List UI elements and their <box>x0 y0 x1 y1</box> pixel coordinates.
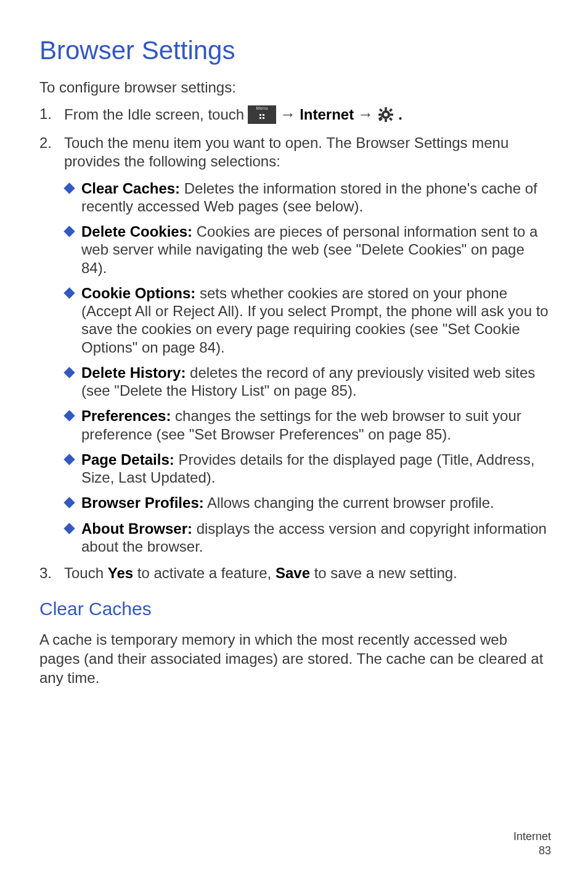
section-paragraph: A cache is temporary memory in which the… <box>39 631 551 687</box>
steps-list: From the Idle screen, touch Menu → Inter… <box>39 105 551 582</box>
item-delete-history: Delete History: deletes the record of an… <box>64 364 551 400</box>
arrow-icon: → <box>280 105 296 125</box>
step-3-save: Save <box>276 565 310 581</box>
item-title: Delete Cookies: <box>81 223 192 240</box>
internet-label: Internet <box>300 105 354 124</box>
page-container: Browser Settings To configure browser se… <box>0 0 588 882</box>
item-title: Delete History: <box>81 364 186 381</box>
intro-text: To configure browser settings: <box>39 79 551 96</box>
section-heading: Clear Caches <box>39 598 551 619</box>
item-title: Cookie Options: <box>81 285 195 301</box>
svg-rect-6 <box>389 108 393 112</box>
item-title: Browser Profiles: <box>81 494 204 511</box>
settings-list: Clear Caches: Deletes the information st… <box>64 179 551 556</box>
step-3-post: to save a new setting. <box>310 565 457 581</box>
step-3-mid: to activate a feature, <box>133 565 276 581</box>
item-delete-cookies: Delete Cookies: Cookies are pieces of pe… <box>64 223 551 277</box>
item-about-browser: About Browser: displays the access versi… <box>64 520 551 556</box>
menu-icon-dots <box>259 114 264 119</box>
step-3-yes: Yes <box>108 565 133 581</box>
svg-rect-4 <box>390 113 393 116</box>
item-preferences: Preferences: changes the settings for th… <box>64 407 551 443</box>
svg-point-9 <box>384 113 388 116</box>
item-cookie-options: Cookie Options: sets whether cookies are… <box>64 284 551 356</box>
step-2: Touch the menu item you want to open. Th… <box>39 134 551 556</box>
item-title: Clear Caches: <box>81 180 180 197</box>
item-clear-caches: Clear Caches: Deletes the information st… <box>64 179 551 216</box>
item-browser-profiles: Browser Profiles: Allows changing the cu… <box>64 494 551 512</box>
svg-rect-8 <box>389 118 393 121</box>
step-3: Touch Yes to activate a feature, Save to… <box>39 564 551 582</box>
item-body: Allows changing the current browser prof… <box>204 494 494 511</box>
item-page-details: Page Details: Provides details for the d… <box>64 451 551 487</box>
svg-rect-2 <box>385 119 387 122</box>
step-2-text: Touch the menu item you want to open. Th… <box>64 134 508 169</box>
page-title: Browser Settings <box>39 36 551 65</box>
footer-label: Internet <box>513 830 551 844</box>
item-title: Preferences: <box>81 407 171 424</box>
menu-icon: Menu <box>248 105 276 124</box>
step-1-period: . <box>398 105 402 124</box>
page-footer: Internet 83 <box>513 830 551 857</box>
step-3-pre: Touch <box>64 565 108 581</box>
footer-page-number: 83 <box>513 844 551 858</box>
svg-rect-5 <box>379 108 383 112</box>
item-title: Page Details: <box>81 451 174 468</box>
step-1: From the Idle screen, touch Menu → Inter… <box>39 105 551 125</box>
arrow-icon-2: → <box>357 105 374 125</box>
step-1-line: From the Idle screen, touch Menu → Inter… <box>64 105 551 125</box>
svg-rect-1 <box>385 107 387 110</box>
menu-icon-label: Menu <box>248 106 276 112</box>
step-1-prefix: From the Idle screen, touch <box>64 105 244 124</box>
gear-icon <box>377 106 394 123</box>
svg-rect-3 <box>378 113 382 116</box>
item-title: About Browser: <box>81 520 192 537</box>
